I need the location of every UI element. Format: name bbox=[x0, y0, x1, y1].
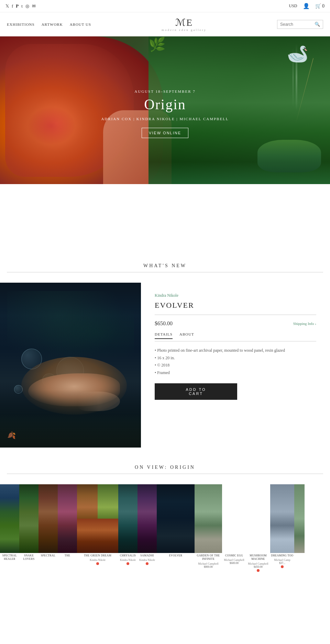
thumb-dot-chrysalis bbox=[126, 562, 129, 565]
cart-icon[interactable]: 🛒 0 bbox=[315, 3, 325, 9]
email-icon[interactable]: ✉ bbox=[32, 3, 36, 9]
pinterest-icon[interactable]: 𝐏 bbox=[16, 3, 19, 9]
add-to-cart-button[interactable]: ADD TO CART bbox=[155, 383, 237, 400]
thumb-chrysalis-label: THE GREEN DREAM bbox=[84, 554, 111, 557]
top-right: USD 👤 🛒 0 bbox=[289, 3, 324, 9]
thumb-evolver[interactable]: EVOLVER bbox=[157, 484, 195, 573]
product-tabs: DETAILS ABOUT bbox=[155, 332, 316, 341]
product-image-inner: 🍂 bbox=[0, 283, 141, 448]
social-icons: 𝕏 f 𝐏 t ◎ ✉ bbox=[6, 3, 36, 9]
heron-bird: 🦢 bbox=[287, 44, 308, 64]
thumb-blee-too[interactable] bbox=[294, 484, 305, 573]
thumb-dot-samadhi bbox=[146, 562, 148, 565]
detail-item-3: © 2018 bbox=[155, 362, 316, 369]
nav-about[interactable]: ABOUT US bbox=[70, 22, 91, 26]
on-view-divider bbox=[7, 474, 323, 474]
facebook-icon[interactable]: f bbox=[12, 3, 13, 9]
hero-artists: ADRIAN COX | KINDRA NIKOLE | MICHAEL CAM… bbox=[101, 117, 229, 121]
thumb-snake-lovers[interactable]: SNAKE LOVERS bbox=[19, 484, 38, 573]
product-feature: 🍂 Kindra Nikole EVOLVER $650.00 Shipping… bbox=[0, 283, 330, 448]
account-icon[interactable]: 👤 bbox=[303, 3, 310, 9]
on-view-thumbs-row: SPECTRAL HEALER SNAKE LOVERS SPECTRAL TH… bbox=[0, 484, 330, 573]
thumb-green-dream-group[interactable]: THE GREEN DREAM Kindra Nikole bbox=[77, 484, 118, 573]
product-artist[interactable]: Kindra Nikole bbox=[155, 293, 316, 298]
product-image: 🍂 bbox=[0, 283, 141, 448]
nav-exhibitions[interactable]: EXHIBITIONS bbox=[7, 22, 35, 26]
currency-selector[interactable]: USD bbox=[289, 3, 297, 9]
thumb-dreaming-too[interactable]: DREAMING TOO Michael Camp $37... bbox=[270, 484, 294, 573]
detail-item-4: Framed bbox=[155, 369, 316, 377]
thumb-chrysalis[interactable]: CHRYSALIS Kindra Nikole bbox=[118, 484, 138, 573]
tab-about[interactable]: ABOUT bbox=[179, 332, 194, 339]
thumb-garden-infinite[interactable]: GARDEN OF THE INFINITE Michael Campbell … bbox=[195, 484, 222, 573]
product-price: $650.00 bbox=[155, 320, 173, 327]
product-title: EVOLVER bbox=[155, 301, 316, 310]
tumblr-icon[interactable]: t bbox=[21, 3, 23, 9]
hero-date: AUGUST 18–SEPTEMBER 7 bbox=[101, 89, 229, 93]
logo-initials: ℳE bbox=[91, 17, 277, 28]
search-box[interactable]: 🔍 bbox=[277, 20, 323, 29]
thumb-dot-green bbox=[96, 562, 99, 565]
thumb-samadhi[interactable]: SAMADHI Kindra Nikole bbox=[138, 484, 157, 573]
on-view-title: ON VIEW: ORIGIN bbox=[0, 454, 330, 474]
navigation: EXHIBITIONS ARTWORK ABOUT US ℳE modern e… bbox=[0, 12, 330, 36]
whats-new-title: WHAT'S NEW bbox=[0, 253, 330, 272]
tab-details[interactable]: DETAILS bbox=[155, 332, 173, 339]
product-price-row: $650.00 Shipping Info › bbox=[155, 320, 316, 327]
product-details-list: Photo printed on fine-art archival paper… bbox=[155, 347, 316, 376]
search-input[interactable] bbox=[280, 22, 315, 27]
thumb-spectral[interactable]: SPECTRAL bbox=[38, 484, 58, 573]
product-info: Kindra Nikole EVOLVER $650.00 Shipping I… bbox=[141, 283, 330, 448]
shipping-info-link[interactable]: Shipping Info › bbox=[293, 321, 316, 326]
twitter-icon[interactable]: 𝕏 bbox=[6, 3, 9, 9]
thumb-mushroom-machine[interactable]: MUSHROOM MACHINE Michael Campbell $450.0… bbox=[246, 484, 270, 573]
nav-left: EXHIBITIONS ARTWORK ABOUT US bbox=[7, 22, 91, 26]
hero-banner: 🦢 🌿 AUGUST 18–SEPTEMBER 7 Origin ADRIAN … bbox=[0, 36, 330, 184]
thumb-the[interactable]: THE bbox=[58, 484, 77, 573]
hero-content: AUGUST 18–SEPTEMBER 7 Origin ADRIAN COX … bbox=[101, 89, 229, 138]
hero-view-online-button[interactable]: VIEW ONLINE bbox=[142, 128, 188, 138]
nav-right: 🔍 bbox=[277, 20, 323, 29]
on-view-section: ON VIEW: ORIGIN SPECTRAL HEALER SNAKE LO… bbox=[0, 448, 330, 579]
logo[interactable]: ℳE modern eden gallery bbox=[91, 17, 277, 32]
nav-artwork[interactable]: ARTWORK bbox=[42, 22, 63, 26]
thumb-spectral-healer[interactable]: SPECTRAL HEALER bbox=[0, 484, 19, 573]
product-divider bbox=[155, 315, 316, 315]
thumb-cosmic-egg[interactable]: COSMIC EGG Michael Campbell $600.00 bbox=[222, 484, 246, 573]
spacer-area bbox=[0, 184, 330, 253]
search-icon[interactable]: 🔍 bbox=[315, 22, 320, 27]
detail-item-1: Photo printed on fine-art archival paper… bbox=[155, 347, 316, 354]
top-bar: 𝕏 f 𝐏 t ◎ ✉ USD 👤 🛒 0 bbox=[0, 0, 330, 12]
instagram-icon[interactable]: ◎ bbox=[25, 3, 29, 9]
whats-new-divider bbox=[7, 272, 323, 272]
whats-new-section: WHAT'S NEW bbox=[0, 253, 330, 448]
thumb-dot-mushroom bbox=[257, 569, 260, 572]
thumb-dot-dreaming bbox=[281, 565, 284, 568]
logo-tagline: modern eden gallery bbox=[91, 28, 277, 32]
hero-title: Origin bbox=[101, 96, 229, 113]
detail-item-2: 16 x 20 in. bbox=[155, 354, 316, 362]
